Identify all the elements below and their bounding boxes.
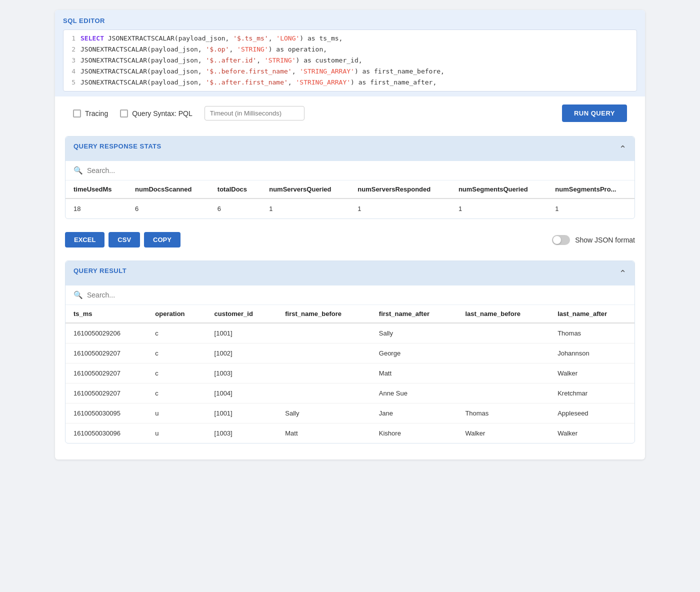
- result-cell: [277, 344, 371, 364]
- code-token: 'STRING': [264, 56, 296, 64]
- result-column-header: first_name_before: [277, 305, 371, 323]
- tracing-checkbox-label[interactable]: Tracing: [73, 110, 108, 118]
- result-cell: George: [371, 344, 458, 364]
- query-syntax-checkbox[interactable]: [120, 110, 128, 118]
- result-row: 1610050030095u[1001]SallyJaneThomasApple…: [66, 404, 634, 424]
- code-token: ) as customer_id,: [296, 56, 362, 64]
- line-number: 5: [68, 77, 76, 88]
- excel-button[interactable]: EXCEL: [65, 232, 104, 248]
- code-line: 5 JSONEXTRACTSCALAR(payload_json, '$..af…: [68, 77, 632, 88]
- result-collapse-icon[interactable]: ⌃: [619, 268, 626, 279]
- code-token: ) as first_name_before,: [354, 68, 444, 75]
- result-cell: 1610050030095: [66, 404, 147, 424]
- result-cell: Matt: [277, 424, 371, 444]
- stats-search-input[interactable]: [87, 166, 626, 174]
- result-row: 1610050029207c[1004]Anne SueKretchmar: [66, 384, 634, 404]
- code-token: ,: [229, 46, 237, 53]
- toolbar: Tracing Query Syntax: PQL RUN QUERY: [65, 96, 635, 130]
- result-row: 1610050029207c[1003]MattWalker: [66, 364, 634, 384]
- code-line: 3 JSONEXTRACTSCALAR(payload_json, '$..af…: [68, 55, 632, 66]
- result-cell: Anne Sue: [371, 384, 458, 404]
- result-cell: [1003]: [206, 364, 278, 384]
- stats-column-header: numServersQueried: [261, 180, 350, 198]
- result-search-input[interactable]: [87, 291, 626, 299]
- result-cell: 1610050029207: [66, 384, 147, 404]
- code-text: JSONEXTRACTSCALAR(payload_json, '$..befo…: [80, 66, 444, 77]
- code-token: 'STRING_ARRAY': [300, 68, 354, 75]
- stats-cell: 18: [66, 198, 127, 218]
- line-number: 3: [68, 55, 76, 66]
- json-toggle-row: Show JSON format: [552, 235, 635, 245]
- export-row: EXCEL CSV COPY Show JSON format: [65, 225, 635, 254]
- sql-code-area[interactable]: 1SELECT JSONEXTRACTSCALAR(payload_json, …: [63, 30, 637, 92]
- stats-cell: 6: [210, 198, 261, 218]
- code-token: SELECT: [80, 34, 108, 42]
- result-search-icon: 🔍: [74, 290, 83, 300]
- code-token: '$..before.first_name': [206, 68, 292, 75]
- result-cell: [457, 344, 550, 364]
- json-format-label: Show JSON format: [575, 236, 635, 244]
- code-token: 'STRING_ARRAY': [296, 78, 350, 86]
- result-header: QUERY RESULT ⌃: [66, 261, 634, 286]
- result-cell: [1002]: [206, 344, 278, 364]
- tracing-checkbox[interactable]: [73, 110, 81, 118]
- result-table-wrapper: ts_msoperationcustomer_idfirst_name_befo…: [66, 305, 634, 443]
- stats-title: QUERY RESPONSE STATS: [74, 142, 162, 150]
- result-cell: [277, 323, 371, 344]
- result-cell: [457, 384, 550, 404]
- code-token: ) as first_name_after,: [350, 78, 436, 86]
- result-cell: Thomas: [550, 323, 634, 344]
- code-token: ,: [268, 34, 276, 42]
- stats-column-header: timeUsedMs: [66, 180, 127, 198]
- stats-column-header: numServersResponded: [350, 180, 450, 198]
- code-token: JSONEXTRACTSCALAR(payload_json,: [108, 34, 233, 42]
- toggle-knob: [553, 236, 561, 244]
- result-cell: Appleseed: [550, 404, 634, 424]
- result-cell: [277, 384, 371, 404]
- run-query-button[interactable]: RUN QUERY: [562, 104, 627, 122]
- result-cell: 1610050030096: [66, 424, 147, 444]
- result-cell: Walker: [457, 424, 550, 444]
- stats-column-header: totalDocs: [210, 180, 261, 198]
- result-search-bar: 🔍: [66, 286, 634, 305]
- result-cell: c: [147, 364, 206, 384]
- stats-cell: 6: [127, 198, 210, 218]
- result-cell: 1610050029206: [66, 323, 147, 344]
- code-text: JSONEXTRACTSCALAR(payload_json, '$..afte…: [80, 55, 362, 66]
- result-column-header: operation: [147, 305, 206, 323]
- result-table: ts_msoperationcustomer_idfirst_name_befo…: [66, 305, 634, 443]
- line-number: 2: [68, 44, 76, 55]
- code-line: 4 JSONEXTRACTSCALAR(payload_json, '$..be…: [68, 66, 632, 77]
- result-cell: Thomas: [457, 404, 550, 424]
- result-cell: 1610050029207: [66, 344, 147, 364]
- result-column-header: customer_id: [206, 305, 278, 323]
- result-column-header: first_name_after: [371, 305, 458, 323]
- csv-button[interactable]: CSV: [108, 232, 140, 248]
- code-token: JSONEXTRACTSCALAR(payload_json,: [80, 78, 206, 86]
- timeout-input[interactable]: [204, 106, 304, 120]
- code-token: 'LONG': [276, 34, 300, 42]
- result-section: QUERY RESULT ⌃ 🔍 ts_msoperationcustomer_…: [65, 260, 635, 444]
- query-syntax-label: Query Syntax: PQL: [132, 110, 192, 118]
- line-number: 4: [68, 66, 76, 77]
- result-cell: 1610050029207: [66, 364, 147, 384]
- result-row: 1610050030096u[1003]MattKishoreWalkerWal…: [66, 424, 634, 444]
- stats-table-wrapper: timeUsedMsnumDocsScannedtotalDocsnumServ…: [66, 180, 634, 218]
- query-syntax-checkbox-label[interactable]: Query Syntax: PQL: [120, 110, 192, 118]
- code-line: 2 JSONEXTRACTSCALAR(payload_json, '$.op'…: [68, 44, 632, 55]
- code-token: 'STRING': [237, 46, 268, 53]
- result-cell: [1004]: [206, 384, 278, 404]
- code-token: ,: [256, 56, 264, 64]
- code-token: '$..after.first_name': [206, 78, 288, 86]
- result-cell: Kishore: [371, 424, 458, 444]
- stats-header: QUERY RESPONSE STATS ⌃: [66, 136, 634, 161]
- stats-table: timeUsedMsnumDocsScannedtotalDocsnumServ…: [66, 180, 634, 218]
- result-cell: Matt: [371, 364, 458, 384]
- result-cell: [457, 323, 550, 344]
- json-format-toggle[interactable]: [552, 235, 570, 245]
- code-token: JSONEXTRACTSCALAR(payload_json,: [80, 68, 206, 75]
- stats-collapse-icon[interactable]: ⌃: [619, 144, 626, 154]
- copy-button[interactable]: COPY: [144, 232, 180, 248]
- result-cell: Johannson: [550, 344, 634, 364]
- code-token: JSONEXTRACTSCALAR(payload_json,: [80, 46, 206, 53]
